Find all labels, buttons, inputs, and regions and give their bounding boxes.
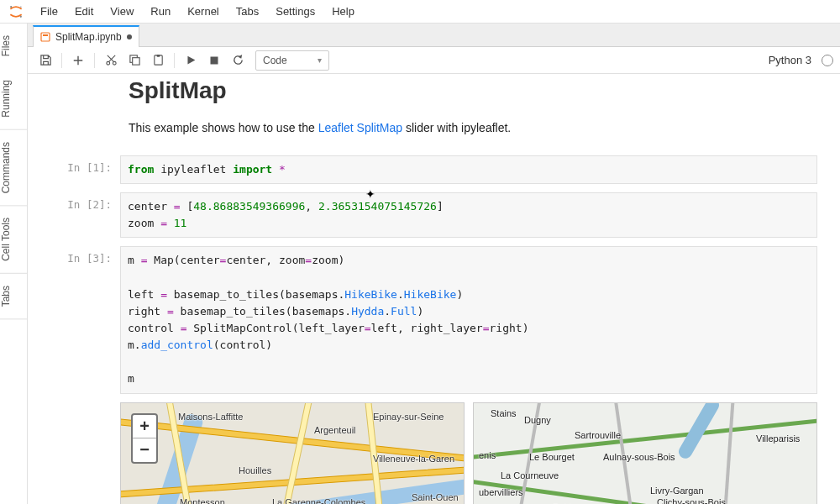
map-place-label: Villeparisis — [756, 433, 800, 444]
sidebar-tab-running[interactable]: Running — [0, 68, 27, 130]
menu-file[interactable]: File — [32, 2, 66, 21]
zoom-in-button[interactable]: + — [133, 415, 156, 438]
run-button[interactable] — [180, 50, 202, 71]
document-tab-label: SplitMap.ipynb — [55, 31, 122, 43]
dirty-indicator-icon — [127, 34, 132, 39]
kernel-name[interactable]: Python 3 — [769, 54, 811, 66]
map-place-label: Stains — [491, 408, 517, 418]
map-place-label: Maisons-Laffitte — [178, 412, 243, 422]
celltype-label: Code — [263, 55, 287, 66]
add-cell-button[interactable] — [67, 50, 89, 71]
cell-prompt: In [1]: — [45, 155, 120, 184]
svg-rect-10 — [156, 55, 160, 57]
zoom-out-button[interactable]: − — [133, 438, 156, 462]
svg-rect-11 — [211, 56, 218, 64]
map-place-label: ubervilliers — [479, 487, 523, 497]
map-place-label: Dugny — [524, 415, 551, 425]
cell-output: + − — [129, 402, 817, 504]
zoom-controls: + − — [131, 413, 158, 464]
code-cell[interactable]: In [1]: from ipyleaflet import * — [129, 155, 817, 184]
markdown-body: This example shows how to use the Leafle… — [129, 119, 817, 137]
notebook-panel[interactable]: SplitMap This example shows how to use t… — [28, 74, 840, 504]
toolbar-sep — [174, 53, 175, 68]
menu-tabs[interactable]: Tabs — [228, 2, 267, 21]
svg-point-5 — [106, 61, 109, 65]
map-place-label: La Garenne-Colombes — [272, 497, 365, 504]
document-tab-active[interactable]: SplitMap.ipynb — [33, 25, 139, 47]
link-leaflet-splitmap[interactable]: Leaflet SplitMap — [318, 121, 402, 134]
svg-rect-3 — [41, 33, 50, 41]
map-place-label: Clichy-sous-Bois — [657, 497, 726, 504]
menubar: File Edit View Run Kernel Tabs Settings … — [0, 0, 840, 24]
code-input[interactable]: m = Map(center=center, zoom=zoom) left =… — [120, 246, 817, 393]
menu-edit[interactable]: Edit — [66, 2, 102, 21]
cut-button[interactable] — [100, 50, 122, 71]
svg-point-2 — [20, 6, 22, 8]
code-input[interactable]: center = [48.86883549366996, 2.365315407… — [120, 192, 817, 238]
restart-button[interactable] — [227, 50, 249, 71]
map-right-pane[interactable]: StainsDugnySartrouvilleLe BourgetLa Cour… — [473, 402, 817, 504]
copy-button[interactable] — [123, 50, 145, 71]
output-prompt — [45, 402, 120, 504]
stop-button[interactable] — [203, 50, 225, 71]
code-cell[interactable]: In [2]: center = [48.86883549366996, 2.3… — [129, 192, 817, 238]
menu-run[interactable]: Run — [142, 2, 179, 21]
sidebar-tab-tabs[interactable]: Tabs — [0, 274, 27, 319]
sidebar-tab-files[interactable]: Files — [0, 24, 27, 68]
svg-rect-8 — [132, 58, 139, 65]
jupyter-logo — [7, 3, 25, 21]
sidebar-tab-commands[interactable]: Commands — [0, 130, 27, 206]
svg-point-1 — [20, 15, 22, 17]
kernel-status-icon[interactable] — [822, 55, 833, 66]
page-title: SplitMap — [129, 77, 817, 104]
map-place-label: Sartrouville — [575, 430, 621, 440]
save-button[interactable] — [34, 50, 56, 71]
code-input[interactable]: from ipyleaflet import * — [120, 155, 817, 184]
map-place-label: Villeneuve-la-Garen — [373, 454, 454, 464]
cell-prompt: In [2]: — [45, 192, 120, 238]
document-tabbar: SplitMap.ipynb — [28, 24, 840, 47]
map-place-label: Epinay-sur-Seine — [373, 412, 444, 422]
notebook-icon — [40, 32, 50, 42]
sidebar-tabs: Files Running Commands Cell Tools Tabs — [0, 24, 28, 504]
svg-point-6 — [113, 61, 116, 65]
menu-settings[interactable]: Settings — [267, 2, 323, 21]
celltype-select[interactable]: Code ▾ — [255, 50, 329, 71]
map-place-label: Le Bourget — [529, 452, 575, 462]
menu-view[interactable]: View — [102, 2, 142, 21]
map-place-label: Montesson — [180, 497, 225, 504]
code-cell[interactable]: In [3]: m = Map(center=center, zoom=zoom… — [129, 246, 817, 393]
menu-kernel[interactable]: Kernel — [179, 2, 228, 21]
toolbar-sep — [61, 53, 62, 68]
toolbar-sep — [94, 53, 95, 68]
menu-help[interactable]: Help — [323, 2, 363, 21]
map-place-label: Aulnay-sous-Bois — [603, 452, 675, 462]
map-place-label: enis — [479, 450, 496, 460]
chevron-down-icon: ▾ — [318, 55, 322, 65]
map-place-label: Saint-Ouen — [412, 492, 459, 502]
map-place-label: La Courneuve — [501, 470, 559, 480]
sidebar-tab-celltools[interactable]: Cell Tools — [0, 206, 27, 274]
svg-rect-4 — [43, 34, 48, 36]
notebook-toolbar: Code ▾ Python 3 — [28, 47, 840, 74]
map-place-label: Houilles — [239, 465, 271, 475]
paste-button[interactable] — [147, 50, 169, 71]
map-place-label: Livry-Gargan — [650, 486, 704, 496]
splitmap-widget[interactable]: + − — [120, 402, 817, 504]
map-place-label: Argenteuil — [314, 425, 356, 435]
svg-point-0 — [10, 6, 12, 8]
map-left-pane[interactable]: + − — [120, 402, 465, 504]
cell-prompt: In [3]: — [45, 246, 120, 393]
